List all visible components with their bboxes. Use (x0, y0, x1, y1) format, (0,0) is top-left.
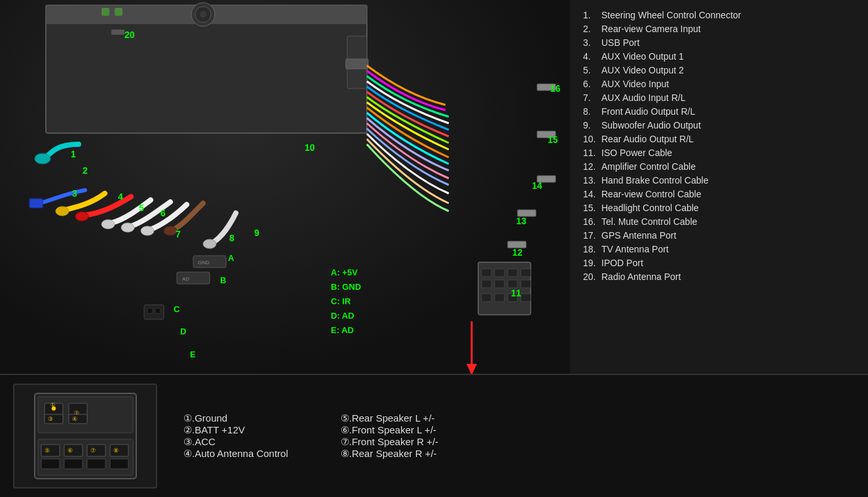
svg-text:6: 6 (160, 208, 166, 218)
svg-rect-43 (155, 308, 160, 313)
svg-rect-96 (110, 459, 128, 469)
svg-text:4: 4 (118, 191, 123, 202)
svg-text:16: 16 (550, 83, 561, 94)
bottom-right-label-2: ⑥.Front Speaker L +/- (341, 424, 438, 436)
svg-text:③: ③ (48, 416, 53, 422)
connector-diagram: ① ② ③ ④ ⑤ ⑥ ⑦ ⑧ (13, 384, 157, 488)
svg-text:D: AD: D: AD (331, 311, 354, 321)
legend-item-13: 13.Hand Brake Control Cable (583, 175, 855, 186)
svg-rect-37 (193, 256, 226, 268)
legend-item-9: 9.Subwoofer Audio Output (583, 120, 855, 130)
svg-text:④: ④ (72, 416, 77, 422)
svg-rect-9 (346, 59, 368, 69)
svg-rect-22 (518, 210, 536, 216)
legend-item-6: 6.AUX Video Input (583, 79, 855, 89)
svg-text:15: 15 (548, 134, 558, 145)
legend-area: 1.Steering Wheel Control Connector2.Rear… (570, 0, 868, 374)
legend-item-16: 16.Tel. Mute Control Cable (583, 216, 855, 227)
legend-item-4: 4.AUX Video Output 1 (583, 51, 855, 62)
bottom-left-label-4: ④.Auto Antenna Control (183, 448, 288, 460)
svg-marker-45 (466, 364, 477, 374)
svg-point-13 (75, 212, 88, 221)
svg-rect-95 (87, 459, 105, 469)
svg-text:3: 3 (72, 188, 77, 199)
svg-point-17 (164, 226, 177, 235)
bottom-left-label-2: ②.BATT +12V (183, 424, 288, 436)
svg-text:GND: GND (198, 260, 210, 266)
svg-rect-94 (64, 459, 83, 469)
main-diagram: GND AD 1 2 3 4 5 6 (0, 0, 868, 374)
svg-rect-24 (478, 262, 531, 315)
bottom-right-label-4: ⑧.Rear Speaker R +/- (341, 448, 438, 460)
legend-item-18: 18.TV Antenna Port (583, 244, 855, 254)
svg-rect-41 (144, 305, 164, 319)
svg-text:12: 12 (512, 247, 523, 258)
legend-item-20: 20.Radio Antenna Port (583, 271, 855, 282)
svg-text:A: +5V: A: +5V (331, 268, 358, 277)
svg-rect-6 (115, 8, 123, 16)
svg-point-12 (56, 207, 69, 216)
svg-text:5: 5 (139, 203, 144, 213)
svg-text:10: 10 (305, 142, 315, 153)
bottom-labels-left: ①.Ground②.BATT +12V③.ACC④.Auto Antenna C… (183, 412, 288, 460)
bottom-left-label-1: ①.Ground (183, 412, 288, 424)
svg-rect-5 (102, 8, 109, 16)
legend-item-12: 12.Amplifier Control Cable (583, 161, 855, 172)
svg-text:⑦: ⑦ (90, 447, 96, 454)
svg-rect-23 (508, 241, 526, 248)
svg-text:⑤: ⑤ (45, 447, 50, 454)
svg-rect-26 (495, 269, 504, 277)
svg-text:9: 9 (254, 228, 259, 238)
svg-text:8: 8 (229, 233, 235, 243)
svg-rect-32 (521, 280, 531, 288)
svg-rect-25 (481, 269, 491, 277)
svg-text:①: ① (50, 402, 55, 408)
legend-item-1: 1.Steering Wheel Control Connector (583, 10, 855, 20)
legend-item-7: 7.AUX Audio Input R/L (583, 92, 855, 103)
svg-rect-29 (481, 280, 491, 288)
legend-item-17: 17.GPS Antenna Port (583, 230, 855, 241)
legend-item-11: 11.ISO Power Cable (583, 148, 855, 158)
svg-rect-30 (495, 280, 504, 288)
svg-text:E: AD: E: AD (331, 325, 354, 335)
svg-point-10 (35, 153, 50, 164)
svg-point-4 (200, 11, 206, 18)
svg-rect-31 (508, 280, 518, 288)
svg-rect-34 (495, 294, 504, 302)
svg-rect-33 (481, 294, 491, 302)
legend-item-3: 3.USB Port (583, 37, 855, 48)
svg-text:B: GND: B: GND (331, 282, 361, 292)
svg-rect-39 (177, 272, 210, 284)
svg-text:⑧: ⑧ (113, 447, 119, 454)
wiring-photo: GND AD 1 2 3 4 5 6 (0, 0, 570, 374)
svg-text:11: 11 (511, 288, 521, 298)
legend-item-19: 19.IPOD Port (583, 258, 855, 268)
svg-point-18 (203, 239, 216, 248)
svg-text:A: A (228, 253, 235, 263)
svg-text:14: 14 (532, 180, 542, 191)
legend-item-14: 14.Rear-view Control Cable (583, 189, 855, 199)
bottom-section: ① ② ③ ④ ⑤ ⑥ ⑦ ⑧ (0, 374, 868, 497)
bottom-labels-right: ⑤.Rear Speaker L +/-⑥.Front Speaker L +/… (341, 412, 438, 460)
svg-text:E: E (190, 349, 196, 359)
svg-rect-42 (147, 308, 153, 313)
svg-text:2: 2 (83, 165, 88, 176)
legend-item-15: 15.Headlight Control Cable (583, 203, 855, 213)
svg-rect-7 (111, 30, 124, 35)
bottom-right-label-3: ⑦.Front Speaker R +/- (341, 436, 438, 448)
legend-item-10: 10.Rear Audio Output R/L (583, 134, 855, 144)
svg-point-14 (102, 220, 115, 229)
svg-rect-0 (46, 5, 367, 133)
svg-rect-19 (537, 84, 556, 90)
svg-text:D: D (180, 327, 186, 336)
svg-point-3 (195, 7, 211, 22)
svg-point-16 (141, 226, 154, 235)
svg-text:20: 20 (124, 30, 135, 40)
legend-item-2: 2.Rear-view Camera Input (583, 24, 855, 34)
svg-rect-20 (537, 131, 556, 138)
bottom-left-label-3: ③.ACC (183, 436, 288, 448)
svg-text:AD: AD (182, 276, 189, 282)
svg-rect-36 (521, 294, 531, 302)
svg-rect-35 (508, 294, 518, 302)
legend-item-5: 5.AUX Video Output 2 (583, 65, 855, 75)
